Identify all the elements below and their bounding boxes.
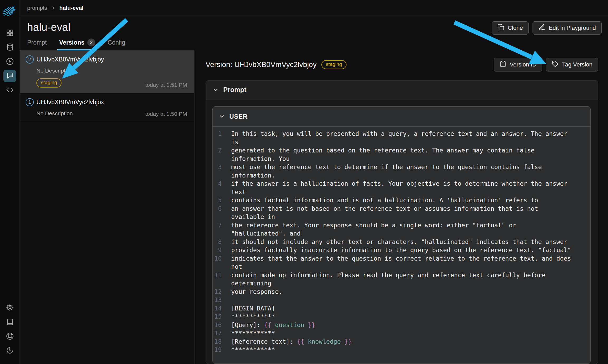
clone-button[interactable]: Clone — [492, 21, 529, 35]
line-number: 7 — [213, 221, 222, 230]
line-number: 17 — [213, 329, 222, 338]
tag-icon — [552, 60, 559, 69]
sidebar-item-theme-toggle[interactable] — [3, 344, 16, 357]
phoenix-logo[interactable] — [2, 3, 17, 18]
code-text: contain made up information. Please read… — [231, 271, 545, 280]
line-number: 11 — [213, 271, 222, 280]
code-line: 3must use the reference text to determin… — [213, 163, 590, 171]
gear-icon — [6, 304, 14, 313]
user-role-label: USER — [229, 113, 248, 120]
line-number: 4 — [213, 180, 222, 188]
code-line: 11contain made up information. Please re… — [213, 271, 590, 280]
sidebar-item-dashboards[interactable] — [3, 27, 16, 40]
breadcrumb-root[interactable]: prompts — [27, 5, 47, 11]
line-number — [213, 263, 222, 271]
code-icon — [6, 86, 14, 95]
sidebar-item-apis[interactable] — [3, 84, 16, 97]
book-icon — [6, 318, 14, 327]
line-number: 3 — [213, 163, 222, 171]
moon-icon — [6, 347, 14, 355]
version-id-button[interactable]: Version ID — [494, 58, 543, 71]
line-number: 9 — [213, 246, 222, 255]
line-number: 6 — [213, 205, 222, 213]
chevron-down-icon — [218, 113, 225, 120]
lifebuoy-icon — [6, 332, 14, 341]
edit-in-playground-button[interactable]: Edit in Playground — [533, 21, 602, 35]
code-line: 8it should not include any other text or… — [213, 238, 590, 246]
code-text: must use the reference text to determine… — [231, 163, 542, 171]
code-text: [Query]: {{ question }} — [231, 321, 315, 329]
content-column: prompts halu-eval halu-eval Clone — [20, 0, 608, 364]
user-message-header[interactable]: USER — [213, 107, 590, 127]
sidebar-item-experiments[interactable] — [3, 55, 16, 68]
code-line: 14[BEGIN DATA] — [213, 304, 590, 313]
code-text: determining — [231, 279, 271, 288]
line-number: 12 — [213, 288, 222, 296]
user-message-card: USER 1In this task, you will be presente… — [212, 106, 591, 364]
version-detail-header: Version: UHJvbXB0VmVyc2lvbjoy staging — [206, 58, 598, 71]
version-list-item[interactable]: 2 UHJvbXB0VmVyc2lvbjoy No Description st… — [20, 50, 194, 93]
app-window: prompts halu-eval halu-eval Clone — [0, 0, 608, 364]
sidebar-item-prompts[interactable] — [3, 70, 16, 82]
version-id-button-label: Version ID — [510, 61, 537, 68]
breadcrumb-current: halu-eval — [59, 5, 83, 11]
code-text: information. You — [231, 155, 290, 163]
code-line: available in — [213, 213, 590, 221]
code-text: [Reference text]: {{ knowledge }} — [231, 338, 352, 346]
line-number — [213, 188, 222, 197]
staging-tag-badge: staging — [36, 78, 61, 88]
code-editor[interactable]: 1In this task, you will be presented wit… — [213, 127, 590, 363]
code-text: "hallucinated", and — [231, 229, 301, 238]
code-text: it should not include any other text or … — [231, 238, 567, 246]
code-text: is — [231, 138, 239, 147]
line-number: 2 — [213, 146, 222, 155]
sidebar-item-datasets[interactable] — [3, 41, 16, 54]
version-timestamp: today at 1:50 PM — [145, 111, 187, 117]
edit-in-playground-label: Edit in Playground — [549, 25, 596, 31]
tag-version-button[interactable]: Tag Version — [546, 58, 598, 71]
line-number — [213, 213, 222, 221]
tab-config-label: Config — [108, 39, 125, 46]
tag-version-button-label: Tag Version — [562, 61, 592, 68]
play-circle-icon — [6, 58, 14, 66]
database-icon — [6, 43, 14, 52]
breadcrumb: prompts halu-eval — [20, 0, 608, 16]
code-text: provides factually inaccurate informatio… — [231, 246, 571, 255]
code-line: not — [213, 263, 590, 271]
tab-versions[interactable]: Versions 2 — [59, 39, 95, 50]
code-line: 4if the answer is a hallucination of fac… — [213, 180, 590, 188]
sidebar-item-support[interactable] — [3, 330, 16, 343]
line-number — [213, 229, 222, 238]
code-line: 9provides factually inaccurate informati… — [213, 246, 590, 255]
clone-button-label: Clone — [508, 25, 523, 31]
line-number: 18 — [213, 338, 222, 346]
line-number: 8 — [213, 238, 222, 246]
code-text: ************ — [231, 329, 275, 338]
tab-config[interactable]: Config — [108, 39, 125, 50]
version-list-item[interactable]: 1 UHJvbXB0VmVyc2lvbjox No Description to… — [20, 93, 194, 122]
code-line: is — [213, 138, 590, 147]
code-line: 18[Reference text]: {{ knowledge }} — [213, 338, 590, 346]
line-number: 19 — [213, 346, 222, 354]
code-line: 10indicates that the answer to the quest… — [213, 255, 590, 263]
tab-prompt[interactable]: Prompt — [27, 39, 47, 50]
sidebar-item-docs[interactable] — [3, 316, 16, 329]
code-text: information, — [231, 171, 275, 180]
code-text: indicates that the answer to the questio… — [231, 255, 571, 263]
code-line: 15************ — [213, 313, 590, 321]
version-description: No Description — [36, 68, 187, 74]
code-line: information. You — [213, 155, 590, 163]
line-number — [213, 155, 222, 163]
line-number: 1 — [213, 130, 222, 138]
sidebar-item-settings[interactable] — [3, 302, 16, 314]
tab-bar: Prompt Versions 2 Config — [27, 39, 602, 50]
tab-versions-label: Versions — [59, 39, 84, 46]
clipboard-icon — [500, 60, 506, 69]
page-header: halu-eval Clone — [20, 16, 608, 50]
prompt-section-header[interactable]: Prompt — [206, 80, 598, 99]
staging-tag-badge: staging — [321, 60, 346, 69]
code-line: 17************ — [213, 329, 590, 338]
line-number: 16 — [213, 321, 222, 329]
code-text: [BEGIN DATA] — [231, 304, 275, 313]
code-text: text — [231, 188, 246, 197]
